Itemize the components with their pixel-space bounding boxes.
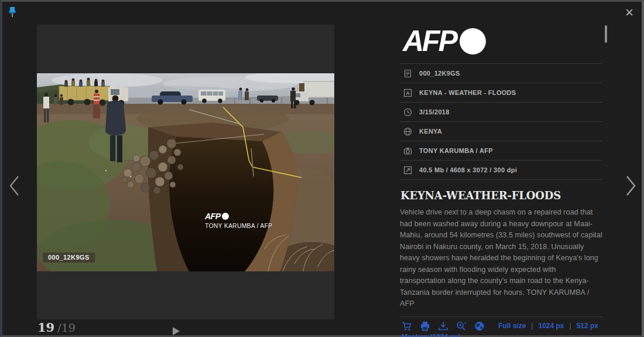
photo-id-icon bbox=[403, 69, 412, 78]
link-separator: | bbox=[570, 322, 571, 330]
pagination-current: 19 bbox=[37, 320, 54, 335]
watermark-afp-logo: AFP bbox=[205, 212, 221, 221]
photo-caption: Vehicle drive next to a deep chasm on a … bbox=[400, 207, 602, 310]
pin-icon[interactable] bbox=[7, 6, 18, 19]
title-icon: A bbox=[403, 88, 412, 97]
photo-id-badge: 000_12K9GS bbox=[43, 253, 95, 263]
pagination: 19 /19 bbox=[37, 320, 76, 335]
link-separator: | bbox=[531, 322, 533, 330]
next-image-button[interactable] bbox=[623, 173, 639, 198]
action-bar: Full size | 1024 px | 512 px Mockup (102… bbox=[400, 316, 602, 337]
chasm bbox=[148, 110, 297, 271]
photo-chasm-scene bbox=[37, 73, 334, 271]
metadata-row-photo-id: 000_12K9GS bbox=[400, 64, 602, 83]
country-icon bbox=[403, 127, 412, 136]
photo-headline: KEYNA-WEATHER-FLOODS bbox=[400, 189, 602, 202]
size-1024-link[interactable]: 1024 px bbox=[538, 322, 564, 330]
previous-image-button[interactable] bbox=[6, 173, 22, 198]
metadata-photographer: TONY KARUMBA / AFP bbox=[419, 147, 493, 154]
slideshow-play-button[interactable] bbox=[173, 327, 180, 335]
metadata-row-country: KENYA bbox=[400, 122, 602, 141]
brand-text: AFP bbox=[403, 26, 456, 56]
cart-icon[interactable] bbox=[402, 321, 412, 331]
image-stage: AFP TONY KARUMBA / AFP 000_12K9GS bbox=[37, 25, 334, 319]
brand-circle-icon bbox=[460, 28, 486, 55]
size-links: Full size | 1024 px | 512 px bbox=[498, 322, 598, 330]
metadata-row-photographer: TONY KARUMBA / AFP bbox=[400, 141, 602, 161]
afp-circle-icon bbox=[222, 213, 229, 220]
mockup-link[interactable]: Mockup (1024 px) bbox=[402, 333, 461, 337]
pagination-total: 19 bbox=[61, 321, 76, 334]
panel-scrollbar[interactable] bbox=[605, 25, 607, 43]
filesize-icon bbox=[403, 166, 412, 175]
close-icon[interactable]: ✕ bbox=[623, 6, 636, 19]
date-icon bbox=[403, 108, 412, 117]
photographer-icon bbox=[403, 147, 412, 155]
afp-brand-logo: AFP bbox=[403, 25, 602, 57]
print-icon[interactable] bbox=[420, 321, 430, 331]
metadata-date: 3/15/2018 bbox=[419, 108, 450, 115]
globe-icon[interactable] bbox=[474, 321, 485, 331]
metadata-country: KENYA bbox=[419, 128, 442, 135]
metadata-row-title: A KEYNA - WEATHER - FLOODS bbox=[400, 83, 602, 103]
svg-text:A: A bbox=[406, 90, 410, 96]
watermark-credit: TONY KARUMBA / AFP bbox=[205, 222, 272, 229]
metadata-row-filesize: 40.5 Mb / 4608 x 3072 / 300 dpi bbox=[400, 161, 602, 180]
metadata-row-date: 3/15/2018 bbox=[400, 103, 602, 122]
zoom-in-icon[interactable] bbox=[456, 321, 467, 331]
download-icon[interactable] bbox=[438, 321, 448, 331]
size-512-link[interactable]: 512 px bbox=[577, 322, 598, 330]
details-panel: AFP 000_12K9GS A KEYNA - WEATHER - FLOOD… bbox=[400, 23, 602, 337]
metadata-title: KEYNA - WEATHER - FLOODS bbox=[419, 89, 516, 96]
metadata-photo-id: 000_12K9GS bbox=[419, 70, 460, 77]
metadata-list: 000_12K9GS A KEYNA - WEATHER - FLOODS 3/… bbox=[400, 63, 602, 180]
main-photo[interactable]: AFP TONY KARUMBA / AFP 000_12K9GS bbox=[37, 73, 334, 271]
metadata-filesize: 40.5 Mb / 4608 x 3072 / 300 dpi bbox=[419, 166, 517, 173]
full-size-link[interactable]: Full size bbox=[498, 322, 526, 330]
photo-watermark: AFP TONY KARUMBA / AFP bbox=[205, 212, 272, 229]
